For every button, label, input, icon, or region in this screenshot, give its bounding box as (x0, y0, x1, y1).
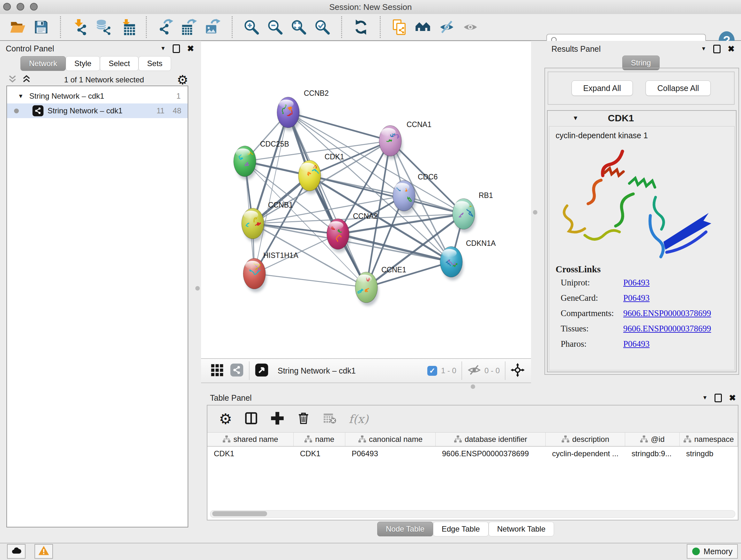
network-node-CCNE1[interactable]: CCNE1 (355, 266, 406, 306)
table-cell[interactable]: CDK1 (207, 447, 293, 461)
control-panel-float-icon[interactable] (173, 44, 180, 53)
expand-all-tree-icon[interactable] (8, 74, 17, 85)
birdseye-grid-icon[interactable] (210, 363, 224, 378)
show-eye-icon[interactable] (462, 18, 479, 36)
string-share-icon[interactable] (230, 363, 244, 378)
network-node-RB1[interactable]: RB1 (453, 191, 493, 233)
network-collection-row[interactable]: ▼ String Network – cdk1 1 (7, 89, 188, 104)
network-current-dot (14, 109, 19, 113)
add-column-icon[interactable]: ✚ (270, 412, 284, 426)
fit-selected-crosshair-icon[interactable] (511, 363, 525, 378)
tab-network-table[interactable]: Network Table (488, 522, 554, 537)
network-row[interactable]: String Network – cdk1 11 48 (7, 104, 188, 118)
results-panel-collapse-icon[interactable]: ▼ (701, 46, 706, 52)
left-splitter-handle[interactable] (195, 286, 200, 291)
export-network-icon[interactable] (157, 18, 174, 36)
table-options-gear-icon[interactable]: ⚙ (219, 412, 232, 426)
import-network-from-database-icon[interactable] (95, 18, 112, 36)
automation-button[interactable] (7, 544, 25, 559)
splitter-handle[interactable] (471, 384, 475, 389)
save-session-icon[interactable] (32, 18, 50, 36)
results-panel-close-icon[interactable]: ✖ (728, 44, 735, 54)
import-network-icon[interactable] (71, 18, 88, 36)
network-node-CCNB2[interactable]: CCNB2 (277, 89, 329, 131)
table-horizontal-scrollbar[interactable] (210, 510, 735, 518)
crosslink-link[interactable]: 9606.ENSP00000378699 (623, 308, 711, 318)
column-header-database-identifier[interactable]: database identifier (435, 433, 546, 446)
function-builder-icon[interactable]: f(x) (349, 413, 368, 426)
houses-icon[interactable] (414, 18, 432, 36)
tab-select[interactable]: Select (100, 56, 138, 71)
zoom-out-icon[interactable] (266, 18, 284, 36)
column-header-shared-name[interactable]: shared name (207, 433, 293, 446)
collapse-all-tree-icon[interactable] (22, 74, 31, 85)
duplicate-documents-icon[interactable] (391, 18, 408, 36)
column-header-name[interactable]: name (293, 433, 345, 446)
network-node-CCNB1[interactable]: CCNB1 (242, 201, 293, 242)
tab-edge-table[interactable]: Edge Table (433, 522, 488, 537)
column-header--id[interactable]: @id (625, 433, 680, 446)
control-panel-collapse-icon[interactable]: ▼ (160, 45, 165, 52)
table-panel-collapse-icon[interactable]: ▼ (702, 395, 708, 401)
memory-label: Memory (704, 547, 732, 556)
column-header-description[interactable]: description (546, 433, 625, 446)
hide-eye-icon[interactable] (438, 18, 455, 36)
table-cell[interactable]: cyclin-dependent ... (546, 447, 625, 461)
gene-section-collapse-icon[interactable]: ▼ (572, 115, 579, 122)
table-cell[interactable]: 9606.ENSP00000378699 (435, 447, 546, 461)
network-canvas[interactable]: CCNB2 CCNA1 CDC25B CDK1 CDC6 RB1 CCNB1 (201, 41, 531, 358)
tab-sets[interactable]: Sets (138, 56, 171, 71)
collapse-all-button[interactable]: Collapse All (646, 80, 711, 96)
hidden-eye-icon[interactable] (467, 363, 481, 378)
zoom-in-icon[interactable] (243, 18, 260, 36)
refresh-icon[interactable] (352, 18, 369, 36)
table-cell[interactable]: stringdb:9... (625, 447, 680, 461)
table-cell[interactable]: stringdb (680, 447, 738, 461)
network-node-CCNA1[interactable]: CCNA1 (379, 120, 431, 159)
warnings-button[interactable] (35, 544, 53, 559)
show-columns-icon[interactable] (244, 411, 258, 427)
title-bar: Session: New Session (0, 0, 741, 14)
crosslink-link[interactable]: P06493 (623, 293, 650, 303)
table-cell[interactable]: CDK1 (293, 447, 345, 461)
table-panel-close-icon[interactable]: ✖ (729, 393, 736, 403)
table-panel-title: Table Panel (210, 393, 252, 402)
toolbar-separator (380, 16, 381, 38)
zoom-selected-icon[interactable] (314, 18, 331, 36)
column-header-namespace[interactable]: namespace (680, 433, 738, 446)
selected-checkbox-icon[interactable]: ✓ (427, 366, 437, 376)
table-cell[interactable]: P06493 (345, 447, 435, 461)
crosslink-link[interactable]: P06493 (623, 278, 650, 287)
results-panel-float-icon[interactable] (713, 45, 721, 53)
delete-column-icon[interactable] (296, 411, 311, 427)
collection-expand-icon[interactable]: ▼ (18, 93, 23, 100)
import-table-icon[interactable] (118, 18, 136, 36)
expand-all-button[interactable]: Expand All (571, 80, 633, 96)
tab-network[interactable]: Network (20, 56, 66, 71)
toolbar-separator (341, 16, 342, 38)
collection-label: String Network – cdk1 (29, 91, 105, 101)
network-node-HIST1H1A[interactable]: HIST1H1A (243, 251, 299, 292)
scrollbar-thumb[interactable] (212, 511, 267, 516)
zoom-fit-icon[interactable] (290, 18, 307, 36)
memory-button[interactable]: Memory (687, 544, 738, 559)
crosslink-link[interactable]: 9606.ENSP00000378699 (623, 324, 711, 333)
status-bar: Memory (0, 543, 741, 560)
column-header-canonical-name[interactable]: canonical name (345, 433, 435, 446)
network-node-CDKN1A[interactable]: CDKN1A (440, 239, 496, 280)
right-splitter-handle[interactable] (533, 210, 537, 214)
export-table-icon[interactable] (181, 18, 198, 36)
table-panel-float-icon[interactable] (715, 394, 722, 402)
table-row[interactable]: CDK1CDK1P064939606.ENSP00000378699cyclin… (207, 447, 738, 461)
tab-node-table[interactable]: Node Table (377, 522, 433, 537)
separator (249, 361, 250, 380)
control-panel-close-icon[interactable]: ✖ (187, 44, 194, 54)
open-in-new-icon[interactable] (255, 363, 269, 378)
delete-table-icon[interactable] (323, 411, 337, 427)
crosslink-link[interactable]: P06493 (623, 339, 650, 349)
tab-style[interactable]: Style (66, 56, 100, 71)
open-folder-icon[interactable] (9, 18, 26, 36)
toolbar-separator (146, 16, 147, 38)
export-image-icon[interactable] (204, 18, 221, 36)
network-options-gear-icon[interactable]: ⚙ (177, 73, 188, 86)
